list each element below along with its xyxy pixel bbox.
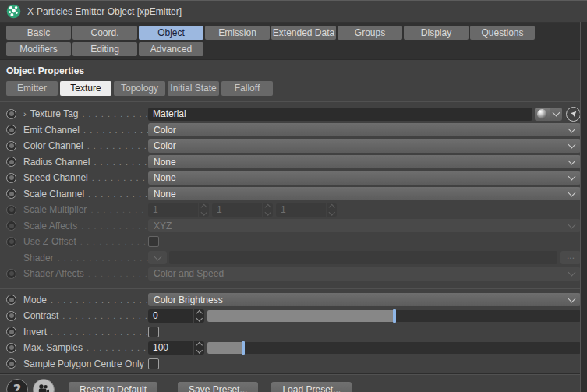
divider <box>0 288 587 289</box>
section-heading: Object Properties <box>0 60 587 81</box>
param-label: Mode <box>23 295 47 305</box>
keyframe-dot[interactable] <box>6 173 16 183</box>
keyframe-dot <box>6 205 16 215</box>
dropdown-value: XYZ <box>154 221 172 231</box>
dropdown-value: Color and Speed <box>154 268 224 279</box>
spinner-arrows-icon <box>262 203 273 217</box>
dot-leader <box>51 295 148 305</box>
parameter-list: › Texture Tag Material <box>0 102 587 371</box>
dropdown-value: Color <box>154 140 176 151</box>
slider-fill <box>207 310 394 322</box>
keyframe-dot[interactable] <box>6 125 16 135</box>
pick-object-button[interactable] <box>566 107 581 122</box>
scale-channel-dropdown[interactable]: None <box>148 187 581 200</box>
tab-emission[interactable]: Emission <box>205 26 270 40</box>
tab-display[interactable]: Display <box>404 26 469 40</box>
keyframe-dot[interactable] <box>6 327 16 337</box>
right-gutter <box>580 22 587 392</box>
dot-leader <box>62 311 148 320</box>
texture-tag-link-field[interactable]: Material <box>148 108 532 121</box>
scale-multiplier-x-spinner: 1 <box>148 203 209 217</box>
material-sphere-icon <box>537 109 547 119</box>
dropdown-value: None <box>154 157 176 168</box>
slider-handle[interactable] <box>242 341 245 355</box>
param-label: Radius Channel <box>23 157 90 168</box>
chevron-down-icon <box>568 157 576 164</box>
spinner-arrows-icon[interactable] <box>193 341 204 355</box>
max-samples-spinner[interactable]: 100 <box>148 341 204 355</box>
param-row-color-channel: Color Channel Color <box>6 139 581 153</box>
param-label: Shader <box>23 253 54 263</box>
spinner-value: 0 <box>148 310 193 321</box>
param-label: Speed Channel <box>23 172 88 183</box>
shader-affects-dropdown: Color and Speed <box>148 267 581 281</box>
keyframe-dot[interactable] <box>6 343 16 353</box>
xparticles-logo-icon <box>6 4 21 19</box>
param-label: Invert <box>23 327 47 337</box>
param-label: Color Channel <box>23 140 83 151</box>
keyframe-dot <box>6 237 16 247</box>
cursor-arrow-icon <box>569 110 578 118</box>
reset-to-default-button[interactable]: Reset to Default <box>69 382 157 392</box>
param-label: Texture Tag <box>30 108 79 119</box>
param-row-texture-tag: › Texture Tag Material <box>6 107 581 121</box>
save-preset-button[interactable]: Save Preset... <box>178 382 258 392</box>
radius-channel-dropdown[interactable]: None <box>148 155 581 168</box>
subtab-falloff[interactable]: Falloff <box>221 81 273 96</box>
max-samples-slider[interactable] <box>207 342 581 354</box>
dot-leader <box>83 125 148 135</box>
keyframe-dot[interactable] <box>6 157 16 167</box>
material-preview-button[interactable] <box>535 108 550 121</box>
subtab-initial-state[interactable]: Initial State <box>168 81 219 96</box>
keyframe-dot[interactable] <box>6 141 16 151</box>
dot-leader <box>58 253 148 263</box>
subtab-texture[interactable]: Texture <box>60 81 111 96</box>
param-row-shader-affects: Shader Affects Color and Speed <box>6 267 581 281</box>
camera-icon[interactable] <box>33 379 55 392</box>
contrast-slider[interactable] <box>207 310 581 322</box>
param-row-mode: Mode Color Brightness <box>6 293 581 307</box>
dot-leader <box>88 189 148 199</box>
dot-leader <box>87 343 148 352</box>
tab-modifiers[interactable]: Modifiers <box>6 42 71 56</box>
color-channel-dropdown[interactable]: Color <box>148 139 581 153</box>
tab-coord[interactable]: Coord. <box>72 26 137 40</box>
help-icon[interactable]: ? <box>6 379 28 392</box>
dropdown-value: Color <box>154 125 176 136</box>
subtab-topology[interactable]: Topology <box>114 81 165 96</box>
tab-groups[interactable]: Groups <box>338 26 402 40</box>
tab-questions[interactable]: Questions <box>470 26 535 40</box>
keyframe-dot <box>6 221 16 231</box>
keyframe-dot[interactable] <box>6 189 16 199</box>
dot-leader <box>51 327 148 337</box>
tab-row-2: ModifiersEditingAdvanced <box>6 42 587 56</box>
sample-polygon-centre-only-checkbox[interactable] <box>148 358 159 369</box>
subtab-emitter[interactable]: Emitter <box>6 81 58 96</box>
param-row-scale-affects: Scale Affects XYZ <box>6 219 581 233</box>
load-preset-button[interactable]: Load Preset... <box>271 382 352 392</box>
tab-extended-data[interactable]: Extended Data <box>271 26 336 40</box>
texture-tag-dropdown-button[interactable] <box>550 108 562 121</box>
keyframe-dot[interactable] <box>6 311 16 321</box>
texture-tag-value: Material <box>153 108 186 119</box>
dot-leader <box>80 237 148 246</box>
invert-checkbox[interactable] <box>148 327 159 337</box>
tab-object[interactable]: Object <box>139 26 203 40</box>
dropdown-value: Color Brightness <box>154 295 223 305</box>
param-row-use-z-offset: Use Z-Offset <box>6 235 581 249</box>
slider-handle[interactable] <box>393 309 396 323</box>
mode-dropdown[interactable]: Color Brightness <box>148 293 581 306</box>
contrast-spinner[interactable]: 0 <box>148 309 204 323</box>
speed-channel-dropdown[interactable]: None <box>148 171 581 185</box>
tab-advanced[interactable]: Advanced <box>139 42 203 56</box>
chevron-down-icon <box>568 221 576 228</box>
expand-arrow-icon[interactable]: › <box>23 110 27 118</box>
tab-basic[interactable]: Basic <box>6 26 71 40</box>
spinner-arrows-icon[interactable] <box>193 309 204 323</box>
keyframe-dot[interactable] <box>6 358 16 369</box>
tab-editing[interactable]: Editing <box>72 42 137 56</box>
emit-channel-dropdown[interactable]: Color <box>148 123 581 136</box>
keyframe-dot[interactable] <box>6 109 16 119</box>
keyframe-dot[interactable] <box>6 295 16 305</box>
attribute-manager-panel: X-Particles Emitter Object [xpEmitter] B… <box>0 0 587 392</box>
